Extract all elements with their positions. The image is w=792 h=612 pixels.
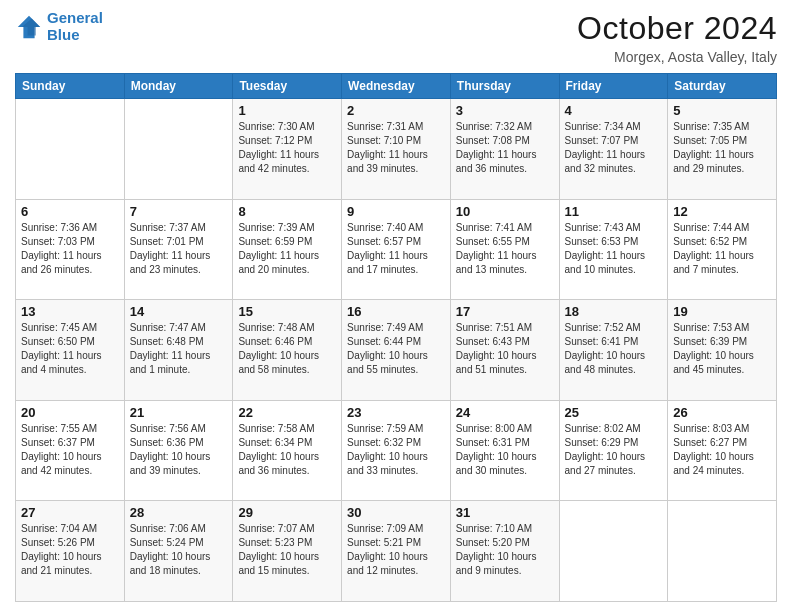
calendar-page: General Blue October 2024 Morgex, Aosta …	[0, 0, 792, 612]
logo-general: General	[47, 9, 103, 26]
day-info: Sunrise: 7:36 AMSunset: 7:03 PMDaylight:…	[21, 221, 119, 277]
header-thursday: Thursday	[450, 74, 559, 99]
header-saturday: Saturday	[668, 74, 777, 99]
day-info: Sunrise: 7:35 AMSunset: 7:05 PMDaylight:…	[673, 120, 771, 176]
calendar-cell: 2Sunrise: 7:31 AMSunset: 7:10 PMDaylight…	[342, 99, 451, 200]
calendar-cell: 28Sunrise: 7:06 AMSunset: 5:24 PMDayligh…	[124, 501, 233, 602]
calendar-cell: 8Sunrise: 7:39 AMSunset: 6:59 PMDaylight…	[233, 199, 342, 300]
day-number: 13	[21, 304, 119, 319]
day-number: 31	[456, 505, 554, 520]
calendar-week-4: 27Sunrise: 7:04 AMSunset: 5:26 PMDayligh…	[16, 501, 777, 602]
title-area: October 2024 Morgex, Aosta Valley, Italy	[577, 10, 777, 65]
day-info: Sunrise: 7:34 AMSunset: 7:07 PMDaylight:…	[565, 120, 663, 176]
day-info: Sunrise: 7:56 AMSunset: 6:36 PMDaylight:…	[130, 422, 228, 478]
calendar-cell: 7Sunrise: 7:37 AMSunset: 7:01 PMDaylight…	[124, 199, 233, 300]
day-number: 22	[238, 405, 336, 420]
day-number: 11	[565, 204, 663, 219]
day-info: Sunrise: 7:51 AMSunset: 6:43 PMDaylight:…	[456, 321, 554, 377]
day-number: 27	[21, 505, 119, 520]
calendar-cell: 24Sunrise: 8:00 AMSunset: 6:31 PMDayligh…	[450, 400, 559, 501]
day-number: 3	[456, 103, 554, 118]
calendar-cell: 17Sunrise: 7:51 AMSunset: 6:43 PMDayligh…	[450, 300, 559, 401]
header-sunday: Sunday	[16, 74, 125, 99]
day-info: Sunrise: 7:37 AMSunset: 7:01 PMDaylight:…	[130, 221, 228, 277]
day-info: Sunrise: 7:53 AMSunset: 6:39 PMDaylight:…	[673, 321, 771, 377]
calendar-cell: 29Sunrise: 7:07 AMSunset: 5:23 PMDayligh…	[233, 501, 342, 602]
day-number: 18	[565, 304, 663, 319]
calendar-cell: 1Sunrise: 7:30 AMSunset: 7:12 PMDaylight…	[233, 99, 342, 200]
header-monday: Monday	[124, 74, 233, 99]
day-number: 7	[130, 204, 228, 219]
calendar-cell: 6Sunrise: 7:36 AMSunset: 7:03 PMDaylight…	[16, 199, 125, 300]
calendar-cell: 16Sunrise: 7:49 AMSunset: 6:44 PMDayligh…	[342, 300, 451, 401]
day-info: Sunrise: 8:03 AMSunset: 6:27 PMDaylight:…	[673, 422, 771, 478]
day-number: 14	[130, 304, 228, 319]
calendar-cell: 26Sunrise: 8:03 AMSunset: 6:27 PMDayligh…	[668, 400, 777, 501]
calendar-cell: 27Sunrise: 7:04 AMSunset: 5:26 PMDayligh…	[16, 501, 125, 602]
day-number: 26	[673, 405, 771, 420]
day-number: 5	[673, 103, 771, 118]
calendar-cell	[16, 99, 125, 200]
day-number: 28	[130, 505, 228, 520]
day-info: Sunrise: 7:48 AMSunset: 6:46 PMDaylight:…	[238, 321, 336, 377]
calendar-cell: 10Sunrise: 7:41 AMSunset: 6:55 PMDayligh…	[450, 199, 559, 300]
day-info: Sunrise: 7:44 AMSunset: 6:52 PMDaylight:…	[673, 221, 771, 277]
day-info: Sunrise: 7:43 AMSunset: 6:53 PMDaylight:…	[565, 221, 663, 277]
calendar-week-2: 13Sunrise: 7:45 AMSunset: 6:50 PMDayligh…	[16, 300, 777, 401]
calendar-cell: 20Sunrise: 7:55 AMSunset: 6:37 PMDayligh…	[16, 400, 125, 501]
header-friday: Friday	[559, 74, 668, 99]
day-number: 24	[456, 405, 554, 420]
day-info: Sunrise: 7:40 AMSunset: 6:57 PMDaylight:…	[347, 221, 445, 277]
calendar-cell: 14Sunrise: 7:47 AMSunset: 6:48 PMDayligh…	[124, 300, 233, 401]
day-number: 9	[347, 204, 445, 219]
day-info: Sunrise: 7:30 AMSunset: 7:12 PMDaylight:…	[238, 120, 336, 176]
day-info: Sunrise: 7:39 AMSunset: 6:59 PMDaylight:…	[238, 221, 336, 277]
calendar-header-row: SundayMondayTuesdayWednesdayThursdayFrid…	[16, 74, 777, 99]
logo: General Blue	[15, 10, 103, 43]
calendar-cell: 25Sunrise: 8:02 AMSunset: 6:29 PMDayligh…	[559, 400, 668, 501]
day-info: Sunrise: 7:55 AMSunset: 6:37 PMDaylight:…	[21, 422, 119, 478]
calendar-cell: 23Sunrise: 7:59 AMSunset: 6:32 PMDayligh…	[342, 400, 451, 501]
day-info: Sunrise: 7:31 AMSunset: 7:10 PMDaylight:…	[347, 120, 445, 176]
day-number: 10	[456, 204, 554, 219]
day-info: Sunrise: 7:47 AMSunset: 6:48 PMDaylight:…	[130, 321, 228, 377]
day-info: Sunrise: 8:02 AMSunset: 6:29 PMDaylight:…	[565, 422, 663, 478]
calendar-table: SundayMondayTuesdayWednesdayThursdayFrid…	[15, 73, 777, 602]
day-number: 8	[238, 204, 336, 219]
day-info: Sunrise: 7:07 AMSunset: 5:23 PMDaylight:…	[238, 522, 336, 578]
day-info: Sunrise: 7:59 AMSunset: 6:32 PMDaylight:…	[347, 422, 445, 478]
day-info: Sunrise: 7:58 AMSunset: 6:34 PMDaylight:…	[238, 422, 336, 478]
calendar-week-0: 1Sunrise: 7:30 AMSunset: 7:12 PMDaylight…	[16, 99, 777, 200]
calendar-cell: 15Sunrise: 7:48 AMSunset: 6:46 PMDayligh…	[233, 300, 342, 401]
calendar-cell: 22Sunrise: 7:58 AMSunset: 6:34 PMDayligh…	[233, 400, 342, 501]
day-number: 16	[347, 304, 445, 319]
day-number: 15	[238, 304, 336, 319]
calendar-cell	[559, 501, 668, 602]
day-number: 29	[238, 505, 336, 520]
day-number: 2	[347, 103, 445, 118]
day-info: Sunrise: 7:41 AMSunset: 6:55 PMDaylight:…	[456, 221, 554, 277]
day-number: 6	[21, 204, 119, 219]
header: General Blue October 2024 Morgex, Aosta …	[15, 10, 777, 65]
day-number: 4	[565, 103, 663, 118]
day-number: 19	[673, 304, 771, 319]
day-info: Sunrise: 7:09 AMSunset: 5:21 PMDaylight:…	[347, 522, 445, 578]
calendar-cell	[668, 501, 777, 602]
day-number: 17	[456, 304, 554, 319]
day-number: 1	[238, 103, 336, 118]
logo-blue: Blue	[47, 26, 80, 43]
calendar-cell	[124, 99, 233, 200]
month-title: October 2024	[577, 10, 777, 47]
day-info: Sunrise: 7:52 AMSunset: 6:41 PMDaylight:…	[565, 321, 663, 377]
day-info: Sunrise: 7:32 AMSunset: 7:08 PMDaylight:…	[456, 120, 554, 176]
day-info: Sunrise: 8:00 AMSunset: 6:31 PMDaylight:…	[456, 422, 554, 478]
calendar-cell: 3Sunrise: 7:32 AMSunset: 7:08 PMDaylight…	[450, 99, 559, 200]
day-info: Sunrise: 7:10 AMSunset: 5:20 PMDaylight:…	[456, 522, 554, 578]
day-info: Sunrise: 7:49 AMSunset: 6:44 PMDaylight:…	[347, 321, 445, 377]
calendar-cell: 11Sunrise: 7:43 AMSunset: 6:53 PMDayligh…	[559, 199, 668, 300]
location: Morgex, Aosta Valley, Italy	[577, 49, 777, 65]
header-wednesday: Wednesday	[342, 74, 451, 99]
calendar-week-3: 20Sunrise: 7:55 AMSunset: 6:37 PMDayligh…	[16, 400, 777, 501]
calendar-cell: 31Sunrise: 7:10 AMSunset: 5:20 PMDayligh…	[450, 501, 559, 602]
day-number: 12	[673, 204, 771, 219]
